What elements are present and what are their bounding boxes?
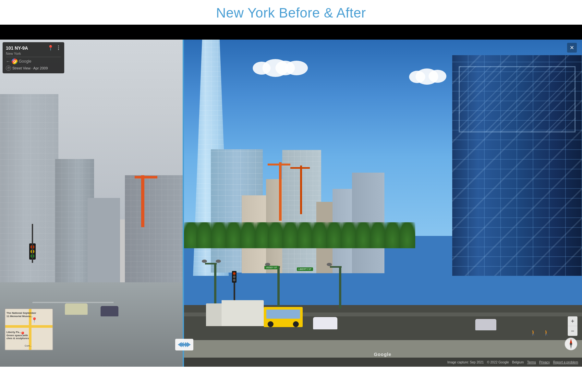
after-street-sign-2: LIBERTY ST	[297, 267, 313, 271]
street-view-row: ⏱ Street View · Apr 2009	[6, 66, 61, 71]
zoom-controls: + −	[568, 316, 577, 336]
footer-report[interactable]: Report a problem	[553, 361, 578, 364]
street-view-label: Street View · Apr 2009	[12, 66, 48, 70]
clock-icon: ⏱	[6, 66, 11, 71]
back-arrow-icon[interactable]: ←	[6, 59, 10, 64]
after-right-tower	[452, 55, 582, 276]
divider-line	[183, 40, 184, 367]
drag-handle[interactable]	[175, 339, 193, 350]
before-car-1	[65, 303, 88, 315]
mini-map[interactable]: The National September 11 Memorial Museu…	[5, 308, 53, 350]
after-streetlight-pole-3	[339, 266, 341, 308]
before-car-2	[101, 306, 118, 316]
pedestrian-1: 🚶	[530, 330, 537, 336]
after-trees	[183, 271, 410, 307]
mini-map-label-3: Cort...	[25, 344, 32, 347]
google-info-overlay: 101 NY-9A 📍 ⋮ New York ← G Google ⏱ Stre…	[3, 42, 64, 73]
after-car-2	[475, 319, 496, 330]
footer-image-capture: Image capture: Sep 2021	[447, 361, 484, 364]
before-road-marking	[32, 302, 114, 303]
before-panel: 101 NY-9A 📍 ⋮ New York ← G Google ⏱ Stre…	[0, 40, 183, 367]
after-crane-arm-1	[268, 164, 290, 165]
footer-country: Belgium	[512, 361, 524, 364]
after-right-tower-bracing	[452, 55, 582, 276]
after-streetlight-pole-2	[277, 266, 280, 308]
google-logo-row: ← G Google	[6, 57, 61, 64]
before-crane-pole	[141, 175, 144, 227]
after-crane-arm-2	[290, 167, 310, 169]
footer-privacy[interactable]: Privacy	[539, 361, 550, 364]
compass[interactable]	[564, 337, 577, 350]
location-text: New York	[6, 52, 61, 55]
before-building-4	[125, 175, 183, 289]
mini-map-pin-1: 📍	[31, 317, 38, 323]
road-icons: 📍 ⋮	[47, 45, 61, 51]
google-watermark: Google	[374, 352, 391, 357]
svg-point-3	[570, 343, 572, 345]
zoom-out-button[interactable]: −	[568, 326, 577, 336]
after-street-sign-1: VESEY ST	[264, 266, 279, 269]
before-crane-arm	[135, 176, 157, 178]
before-traffic-light	[29, 243, 39, 263]
after-school-bus	[264, 307, 303, 327]
pedestrian-2: 🚶	[543, 330, 550, 336]
road-number-row: 101 NY-9A 📍 ⋮	[6, 45, 61, 51]
black-top-bar	[0, 25, 582, 40]
footer-terms[interactable]: Terms	[527, 361, 536, 364]
mini-map-pin-2: 📍	[19, 331, 26, 337]
footer-bar: Image capture: Sep 2021 © 2022 Google Be…	[183, 358, 582, 367]
before-building-3	[88, 198, 120, 289]
google-g-logo: G	[12, 58, 18, 64]
comparison-container[interactable]: 101 NY-9A 📍 ⋮ New York ← G Google ⏱ Stre…	[0, 40, 582, 367]
after-crane-2	[300, 165, 302, 214]
pin-icon[interactable]: 📍	[47, 45, 54, 51]
title-bar: New York Before & After	[0, 0, 582, 25]
after-streetlight-pole-1	[214, 263, 216, 308]
page-title: New York Before & After	[0, 5, 582, 21]
footer-copyright: © 2022 Google	[487, 361, 509, 364]
after-car-1	[313, 317, 337, 329]
cloud-1	[243, 56, 314, 79]
after-panel: VESEY ST LIBERTY ST 🚶 🚶 Google Image cap…	[183, 40, 582, 367]
close-button[interactable]: ×	[567, 43, 577, 53]
google-text: Google	[19, 59, 31, 64]
after-crane-1	[279, 162, 282, 221]
more-icon[interactable]: ⋮	[56, 45, 61, 51]
zoom-in-button[interactable]: +	[568, 316, 577, 326]
road-number-text: 101 NY-9A	[6, 45, 28, 51]
